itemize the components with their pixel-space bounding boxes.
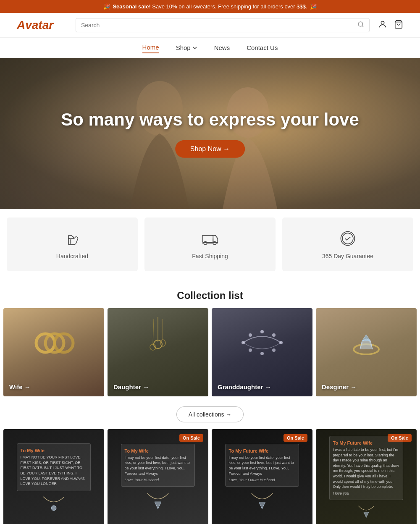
collection-wife[interactable]: Wife → bbox=[3, 308, 104, 396]
hero-section: So many ways to express your love Shop N… bbox=[0, 58, 420, 209]
shop-now-button[interactable]: Shop Now → bbox=[175, 140, 245, 158]
feature-handcrafted: Handcrafted bbox=[7, 217, 138, 271]
svg-point-10 bbox=[341, 232, 355, 246]
svg-point-26 bbox=[272, 348, 276, 352]
hero-title: So many ways to express your love bbox=[61, 109, 359, 130]
product-jewelry-3 bbox=[249, 490, 275, 511]
product-sig-3: Love, Your Future Husband bbox=[229, 478, 296, 482]
product-sig-4: I love you bbox=[333, 491, 400, 495]
svg-point-18 bbox=[160, 340, 165, 346]
features-section: Handcrafted Fast Shipping 365 Day Guaran… bbox=[0, 209, 420, 280]
logo: Avatar bbox=[17, 18, 67, 32]
hero-content: So many ways to express your love Shop N… bbox=[61, 109, 359, 158]
product-inner-3: To My Future Wife I may not be your firs… bbox=[212, 429, 312, 524]
guarantee-label: 365 Day Guarantee bbox=[322, 253, 373, 259]
svg-point-23 bbox=[260, 330, 264, 333]
svg-rect-7 bbox=[202, 236, 213, 243]
collection-designer-jewelry bbox=[347, 330, 385, 360]
collection-daughter-label: Daughter → bbox=[113, 383, 149, 390]
nav-item-home[interactable]: Home bbox=[142, 42, 159, 53]
svg-point-24 bbox=[272, 333, 276, 337]
collection-designer-label: Desginer → bbox=[322, 383, 357, 390]
announcement-emoji-right: 🎉 bbox=[310, 3, 317, 10]
search-button[interactable] bbox=[357, 21, 364, 29]
announcement-plain: Save 10% on all sweaters. Free shipping … bbox=[152, 3, 307, 10]
product-text-3: I may not be your first date, your first… bbox=[229, 455, 296, 476]
nav-label-shop: Shop bbox=[176, 44, 191, 51]
product-message-3: To My Future Wife I may not be your firs… bbox=[225, 444, 299, 487]
collection-wife-label: Wife → bbox=[9, 383, 31, 390]
feature-fast-shipping: Fast Shipping bbox=[144, 217, 276, 271]
all-collections-wrapper: All collections → bbox=[0, 396, 420, 429]
collection-granddaughter-label: Granddaughter → bbox=[218, 383, 271, 390]
collection-daughter[interactable]: Daughter → bbox=[108, 308, 208, 396]
svg-point-2 bbox=[381, 21, 384, 24]
collection-granddaughter[interactable]: Granddaughter → bbox=[212, 308, 312, 396]
svg-point-25 bbox=[279, 341, 283, 344]
product-jewelry-1 bbox=[41, 495, 66, 511]
svg-point-28 bbox=[249, 348, 252, 352]
product-to-1: To My Wife bbox=[21, 448, 87, 453]
product-text-1: I MAY NOT BE YOUR FIRST LOVE, FIRST KISS… bbox=[21, 455, 87, 487]
product-card-4[interactable]: On Sale To My Future Wife I was a little… bbox=[316, 429, 417, 524]
collection-granddaughter-jewelry bbox=[239, 326, 285, 359]
cart-button[interactable] bbox=[394, 20, 403, 31]
search-icon bbox=[357, 21, 364, 28]
product-to-4: To My Future Wife bbox=[333, 440, 400, 445]
search-input[interactable] bbox=[81, 22, 354, 29]
product-card-2[interactable]: On Sale To My Wife I may not be your fir… bbox=[108, 429, 208, 524]
fast-shipping-label: Fast Shipping bbox=[192, 253, 228, 259]
product-sig-2: Love, Your Husband bbox=[125, 478, 192, 482]
svg-point-11 bbox=[342, 233, 353, 244]
header-icons bbox=[378, 20, 403, 31]
cart-icon bbox=[394, 20, 403, 29]
all-collections-button[interactable]: All collections → bbox=[176, 406, 244, 422]
announcement-bar: 🎉 Seasonal sale! Save 10% on all sweater… bbox=[0, 0, 420, 13]
announcement-text: Seasonal sale! Save 10% on all sweaters.… bbox=[113, 3, 307, 10]
collections-section: Collection list Wife → Daught bbox=[0, 280, 420, 429]
product-text-2: I may not be your first date, your first… bbox=[125, 455, 192, 476]
nav-label-home: Home bbox=[142, 44, 159, 51]
guarantee-icon bbox=[339, 229, 357, 248]
product-to-3: To My Future Wife bbox=[229, 448, 296, 453]
nav-item-shop[interactable]: Shop bbox=[176, 42, 197, 53]
product-to-2: To My Wife bbox=[125, 448, 192, 453]
account-icon bbox=[378, 20, 387, 29]
handcrafted-icon bbox=[63, 229, 81, 248]
product-text-4: I was a little late to be your first, bu… bbox=[333, 447, 400, 490]
nav-item-news[interactable]: News bbox=[214, 42, 230, 53]
svg-point-27 bbox=[260, 352, 264, 355]
product-inner-4: To My Future Wife I was a little late to… bbox=[316, 429, 417, 524]
product-message-1: To My Wife I MAY NOT BE YOUR FIRST LOVE,… bbox=[17, 443, 91, 491]
product-jewelry-2 bbox=[145, 490, 171, 511]
collections-title: Collection list bbox=[0, 280, 420, 308]
product-inner-1: To My Wife I MAY NOT BE YOUR FIRST LOVE,… bbox=[3, 429, 104, 524]
svg-marker-30 bbox=[362, 335, 370, 341]
collection-daughter-jewelry bbox=[141, 317, 175, 372]
svg-point-21 bbox=[242, 341, 245, 344]
nav-label-contact: Contact Us bbox=[247, 44, 278, 51]
svg-point-34 bbox=[51, 506, 56, 511]
svg-line-19 bbox=[153, 319, 154, 344]
collection-designer[interactable]: Desginer → bbox=[316, 308, 417, 396]
nav-item-contact[interactable]: Contact Us bbox=[247, 42, 278, 53]
search-bar bbox=[76, 18, 370, 32]
collection-wife-jewelry bbox=[33, 330, 75, 356]
product-card-1[interactable]: To My Wife I MAY NOT BE YOUR FIRST LOVE,… bbox=[3, 429, 104, 524]
product-jewelry-4 bbox=[354, 503, 379, 519]
svg-point-0 bbox=[358, 22, 363, 26]
svg-point-22 bbox=[249, 333, 252, 337]
product-card-3[interactable]: On Sale To My Future Wife I may not be y… bbox=[212, 429, 312, 524]
product-message-2: To My Wife I may not be your first date,… bbox=[121, 444, 195, 487]
navigation: Home Shop News Contact Us bbox=[0, 38, 420, 58]
account-button[interactable] bbox=[378, 20, 387, 31]
header: Avatar bbox=[0, 13, 420, 38]
announcement-emoji-left: 🎉 bbox=[103, 3, 110, 10]
product-grid: To My Wife I MAY NOT BE YOUR FIRST LOVE,… bbox=[0, 429, 420, 524]
chevron-down-icon bbox=[192, 45, 197, 50]
feature-guarantee: 365 Day Guarantee bbox=[282, 217, 413, 271]
nav-label-news: News bbox=[214, 44, 230, 51]
handcrafted-label: Handcrafted bbox=[56, 253, 88, 259]
collection-grid: Wife → Daughter → bbox=[0, 308, 420, 396]
product-inner-2: To My Wife I may not be your first date,… bbox=[108, 429, 208, 524]
